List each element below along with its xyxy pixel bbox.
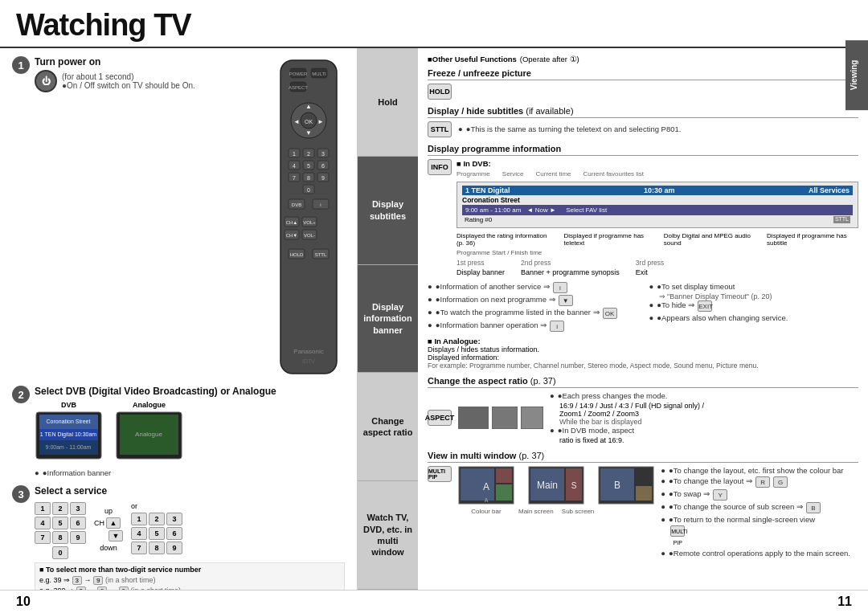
analogue-label: Analogue	[115, 401, 183, 409]
to-hide: ● ●To hide ⇒ EXIT	[649, 300, 859, 312]
aspect-screen-43	[492, 407, 518, 429]
zoom-text: Zoom1 / Zoom2 / Zoom3	[559, 410, 858, 418]
info-another: ● ●Information of another service ⇒ i	[428, 282, 637, 293]
layout-icon2: G	[773, 476, 788, 488]
aspect-screen-169	[458, 407, 489, 429]
in-dvb-label: ■ In DVB:	[457, 159, 858, 168]
mw-svg1: A A	[458, 466, 514, 506]
svg-text:6: 6	[321, 163, 325, 169]
dvb-info-banner: 1 TEN Digital 10:30 am All Services Coro…	[457, 182, 858, 228]
svg-text:DVB: DVB	[292, 202, 301, 207]
alt-btn-6: 6	[166, 527, 182, 540]
step2-section: 2 Select DVB (Digital Video Broadcasting…	[12, 386, 345, 479]
eg1-arrow1: →	[84, 576, 92, 584]
banner-timeout: ⇒ "Banner Display Timeout" (p. 20)	[659, 292, 859, 300]
subtitles-header: Display / hide subtitles (if available)	[428, 106, 858, 118]
step3-content: Select a service 1 2 3 4 5 6 7 8	[35, 485, 345, 590]
dvb-mode-note: ● ●In DVB mode, aspect	[550, 426, 858, 435]
sttl-icon: STTL	[428, 121, 452, 137]
info-columns: ● ●Information of another service ⇒ i ● …	[428, 282, 858, 333]
page-numbers: 10 11	[0, 590, 868, 613]
or-num-buttons: 1 2 3 4 5 6 7 8 9	[131, 513, 182, 554]
ch-down-btn: ▼	[108, 530, 123, 541]
alt-btn-4: 4	[131, 527, 147, 540]
swap-note: ● ●To swap ⇒ Y	[661, 489, 858, 501]
select-more-label: ■ To select more than two-digit service …	[39, 566, 340, 574]
remote-control-image: POWER MULTI ASPECT ▲ ▼ ◄ ► OK	[272, 56, 345, 379]
eg1-row: e.g. 39 ⇒ 3 → 9 (in a short time)	[39, 576, 340, 585]
watch-icon: OK	[603, 308, 617, 319]
annotation-rating: Displayed the rating information (p. 36)	[457, 232, 555, 247]
page-title: Watching TV	[16, 8, 191, 43]
power-button-icon: ⏻	[35, 70, 57, 92]
other-functions-label: ■Other Useful Functions	[428, 55, 517, 63]
info-icon: INFO	[428, 159, 452, 175]
remote-note: ● ●Remote control operations apply to th…	[661, 549, 858, 558]
middle-sidebar: Hold Display subtitles Display informati…	[358, 48, 418, 590]
sttl-badge: STTL	[833, 216, 850, 223]
subtitles-section: Display / hide subtitles (if available) …	[428, 106, 858, 137]
info-col-left: ● ●Information of another service ⇒ i ● …	[428, 282, 637, 333]
multi-pip-icon-ref: MULTI PIP	[670, 525, 858, 546]
step2-content: Select DVB (Digital Video Broadcasting) …	[35, 386, 345, 479]
prog-info-section: Display programme information INFO ■ In …	[428, 144, 858, 370]
in-analogue-label: ■ In Analogue:	[428, 337, 858, 345]
svg-text:S: S	[571, 481, 577, 490]
num-btn-4: 4	[35, 517, 51, 529]
multi-pip-ref-icon: MULTI PIP	[670, 525, 685, 537]
alt-btn-2: 2	[149, 513, 165, 525]
step1-note1: (for about 1 second)	[62, 72, 195, 81]
info-banner-note: ● ●Information banner	[35, 468, 345, 477]
step3-section: 3 Select a service 1 2 3 4 5 6	[12, 485, 345, 590]
main-content: 1 Turn power on ⏻ (for about 1 second) ●…	[0, 48, 868, 590]
sidebar-info-banner: Display information banner	[358, 265, 418, 374]
step2-title: Select DVB (Digital Video Broadcasting) …	[35, 386, 345, 397]
annotation-subtitle: Displayed if programme has subtitle	[767, 232, 858, 247]
svg-text:Main: Main	[537, 480, 558, 491]
svg-rect-85	[636, 486, 652, 501]
ch-label: CH	[94, 519, 104, 527]
next-icon: ▼	[559, 295, 573, 306]
annotation-dolby: Dolby Digital and MPEG audio sound	[664, 232, 759, 247]
svg-text:CH▼: CH▼	[286, 233, 298, 238]
eg1-note: (in a short time)	[105, 576, 156, 584]
change-layout-note2: ● ●To change the layout ⇒ R G	[661, 476, 858, 488]
up-label: up	[104, 507, 113, 515]
tv-screens-row: DVB Coronation Street 1 TEN Digital 10:3…	[35, 401, 345, 464]
analogue-tv-screen: Analogue Analogue	[115, 401, 183, 464]
sidebar-hold: Hold	[358, 48, 418, 157]
step1-title: Turn power on	[35, 56, 195, 67]
svg-text:IDTV: IDTV	[302, 358, 315, 364]
dvb-banner-labels: Programme Service Current time Current f…	[457, 170, 858, 178]
remote-svg: POWER MULTI ASPECT ▲ ▼ ◄ ► OK	[272, 56, 345, 378]
operate-after-label: (Operate after ①)	[520, 55, 579, 63]
hold-icon: HOLD	[428, 84, 452, 100]
svg-text:A: A	[483, 481, 489, 492]
ch-up-row: CH ▲	[94, 517, 123, 529]
aspect-section: Change the aspect ratio (p. 37) ASPECT	[428, 376, 858, 444]
exit-icon: EXIT	[698, 300, 712, 312]
cur-fav-label-text: Current favourites list	[583, 170, 645, 178]
channel-select-row: 1 2 3 4 5 6 7 8 9 0	[35, 500, 345, 559]
mw-screens-row: A A Colour bar Main S	[458, 466, 654, 515]
multi-window-content: MULTI PIP A A	[428, 466, 858, 559]
ratio-fixed-text: ratio is fixed at 16:9.	[559, 436, 858, 444]
svg-text:ASPECT: ASPECT	[289, 85, 308, 90]
select-more-section: ■ To select more than two-digit service …	[35, 562, 345, 590]
prog-start-label: Programme Start / Finish time	[457, 249, 858, 256]
set-timeout: ● ●To set display timeout	[649, 282, 859, 291]
ch-up-btn: ▲	[106, 517, 121, 529]
press-col3: 3rd press Exit	[636, 259, 664, 276]
ch-controls: up CH ▲ ▼ down	[94, 507, 123, 552]
in-analogue-text: Displays / hides status information.	[428, 345, 858, 353]
svg-text:8: 8	[307, 175, 310, 181]
return-normal-note: ● ●To return to the normal single-screen…	[661, 515, 858, 524]
sidebar-aspect: Change aspect ratio	[358, 373, 418, 481]
dvb-screen-svg: Coronation Street 1 TEN Digital 10:30am …	[35, 411, 103, 463]
step3-title: Select a service	[35, 485, 345, 497]
subtitles-note: ● ●This is the same as turning the telet…	[458, 125, 681, 133]
or-grid1: 1 2 3 4 5 6 7 8 9	[131, 513, 182, 554]
info-op-icon: i	[550, 321, 564, 332]
svg-text:VOL+: VOL+	[303, 220, 316, 225]
svg-text:1 TEN Digital 10:30am: 1 TEN Digital 10:30am	[40, 431, 96, 438]
